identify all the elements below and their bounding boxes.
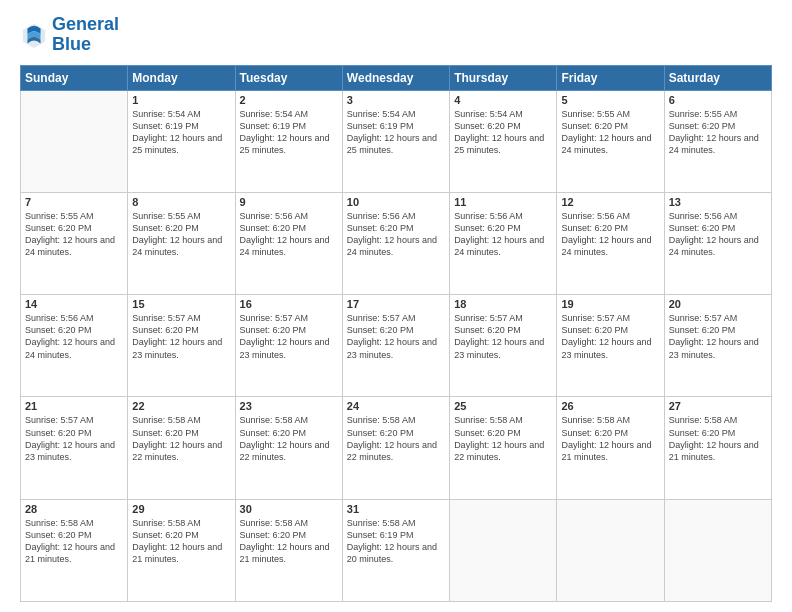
calendar-cell: 26Sunrise: 5:58 AM Sunset: 6:20 PM Dayli… xyxy=(557,397,664,499)
day-number: 31 xyxy=(347,503,445,515)
day-number: 22 xyxy=(132,400,230,412)
day-info: Sunrise: 5:58 AM Sunset: 6:20 PM Dayligh… xyxy=(132,517,230,566)
calendar-cell: 19Sunrise: 5:57 AM Sunset: 6:20 PM Dayli… xyxy=(557,295,664,397)
week-row-5: 28Sunrise: 5:58 AM Sunset: 6:20 PM Dayli… xyxy=(21,499,772,601)
day-info: Sunrise: 5:56 AM Sunset: 6:20 PM Dayligh… xyxy=(561,210,659,259)
day-info: Sunrise: 5:54 AM Sunset: 6:19 PM Dayligh… xyxy=(347,108,445,157)
day-number: 19 xyxy=(561,298,659,310)
day-number: 15 xyxy=(132,298,230,310)
calendar-cell: 2Sunrise: 5:54 AM Sunset: 6:19 PM Daylig… xyxy=(235,90,342,192)
day-number: 5 xyxy=(561,94,659,106)
calendar-cell: 18Sunrise: 5:57 AM Sunset: 6:20 PM Dayli… xyxy=(450,295,557,397)
day-info: Sunrise: 5:58 AM Sunset: 6:20 PM Dayligh… xyxy=(240,517,338,566)
day-info: Sunrise: 5:56 AM Sunset: 6:20 PM Dayligh… xyxy=(25,312,123,361)
day-info: Sunrise: 5:54 AM Sunset: 6:20 PM Dayligh… xyxy=(454,108,552,157)
day-number: 29 xyxy=(132,503,230,515)
calendar-cell: 15Sunrise: 5:57 AM Sunset: 6:20 PM Dayli… xyxy=(128,295,235,397)
day-info: Sunrise: 5:57 AM Sunset: 6:20 PM Dayligh… xyxy=(561,312,659,361)
day-info: Sunrise: 5:57 AM Sunset: 6:20 PM Dayligh… xyxy=(669,312,767,361)
day-info: Sunrise: 5:56 AM Sunset: 6:20 PM Dayligh… xyxy=(669,210,767,259)
day-number: 18 xyxy=(454,298,552,310)
calendar-cell: 21Sunrise: 5:57 AM Sunset: 6:20 PM Dayli… xyxy=(21,397,128,499)
day-info: Sunrise: 5:57 AM Sunset: 6:20 PM Dayligh… xyxy=(132,312,230,361)
logo: General Blue xyxy=(20,15,119,55)
week-row-2: 7Sunrise: 5:55 AM Sunset: 6:20 PM Daylig… xyxy=(21,192,772,294)
day-info: Sunrise: 5:56 AM Sunset: 6:20 PM Dayligh… xyxy=(454,210,552,259)
day-info: Sunrise: 5:57 AM Sunset: 6:20 PM Dayligh… xyxy=(240,312,338,361)
logo-text: General Blue xyxy=(52,15,119,55)
day-number: 27 xyxy=(669,400,767,412)
day-number: 30 xyxy=(240,503,338,515)
calendar-cell: 7Sunrise: 5:55 AM Sunset: 6:20 PM Daylig… xyxy=(21,192,128,294)
day-number: 25 xyxy=(454,400,552,412)
day-info: Sunrise: 5:58 AM Sunset: 6:19 PM Dayligh… xyxy=(347,517,445,566)
day-info: Sunrise: 5:57 AM Sunset: 6:20 PM Dayligh… xyxy=(25,414,123,463)
calendar-table: SundayMondayTuesdayWednesdayThursdayFrid… xyxy=(20,65,772,602)
calendar-cell: 8Sunrise: 5:55 AM Sunset: 6:20 PM Daylig… xyxy=(128,192,235,294)
day-info: Sunrise: 5:56 AM Sunset: 6:20 PM Dayligh… xyxy=(347,210,445,259)
day-number: 10 xyxy=(347,196,445,208)
day-number: 13 xyxy=(669,196,767,208)
day-number: 26 xyxy=(561,400,659,412)
day-number: 3 xyxy=(347,94,445,106)
weekday-header-monday: Monday xyxy=(128,65,235,90)
day-info: Sunrise: 5:55 AM Sunset: 6:20 PM Dayligh… xyxy=(25,210,123,259)
calendar-cell: 13Sunrise: 5:56 AM Sunset: 6:20 PM Dayli… xyxy=(664,192,771,294)
day-number: 8 xyxy=(132,196,230,208)
day-info: Sunrise: 5:58 AM Sunset: 6:20 PM Dayligh… xyxy=(25,517,123,566)
day-info: Sunrise: 5:58 AM Sunset: 6:20 PM Dayligh… xyxy=(454,414,552,463)
day-info: Sunrise: 5:55 AM Sunset: 6:20 PM Dayligh… xyxy=(669,108,767,157)
calendar-cell: 6Sunrise: 5:55 AM Sunset: 6:20 PM Daylig… xyxy=(664,90,771,192)
calendar-cell: 25Sunrise: 5:58 AM Sunset: 6:20 PM Dayli… xyxy=(450,397,557,499)
day-number: 2 xyxy=(240,94,338,106)
calendar-cell: 9Sunrise: 5:56 AM Sunset: 6:20 PM Daylig… xyxy=(235,192,342,294)
calendar-cell: 16Sunrise: 5:57 AM Sunset: 6:20 PM Dayli… xyxy=(235,295,342,397)
day-number: 9 xyxy=(240,196,338,208)
weekday-header-saturday: Saturday xyxy=(664,65,771,90)
calendar-cell: 12Sunrise: 5:56 AM Sunset: 6:20 PM Dayli… xyxy=(557,192,664,294)
week-row-1: 1Sunrise: 5:54 AM Sunset: 6:19 PM Daylig… xyxy=(21,90,772,192)
calendar-cell: 29Sunrise: 5:58 AM Sunset: 6:20 PM Dayli… xyxy=(128,499,235,601)
calendar-cell: 20Sunrise: 5:57 AM Sunset: 6:20 PM Dayli… xyxy=(664,295,771,397)
day-info: Sunrise: 5:58 AM Sunset: 6:20 PM Dayligh… xyxy=(669,414,767,463)
day-number: 1 xyxy=(132,94,230,106)
calendar-cell: 4Sunrise: 5:54 AM Sunset: 6:20 PM Daylig… xyxy=(450,90,557,192)
calendar-cell xyxy=(664,499,771,601)
calendar-cell: 1Sunrise: 5:54 AM Sunset: 6:19 PM Daylig… xyxy=(128,90,235,192)
day-number: 21 xyxy=(25,400,123,412)
day-info: Sunrise: 5:58 AM Sunset: 6:20 PM Dayligh… xyxy=(561,414,659,463)
calendar-cell xyxy=(557,499,664,601)
day-info: Sunrise: 5:54 AM Sunset: 6:19 PM Dayligh… xyxy=(132,108,230,157)
day-info: Sunrise: 5:55 AM Sunset: 6:20 PM Dayligh… xyxy=(561,108,659,157)
day-number: 11 xyxy=(454,196,552,208)
calendar-cell: 3Sunrise: 5:54 AM Sunset: 6:19 PM Daylig… xyxy=(342,90,449,192)
day-number: 4 xyxy=(454,94,552,106)
day-number: 14 xyxy=(25,298,123,310)
calendar-cell: 23Sunrise: 5:58 AM Sunset: 6:20 PM Dayli… xyxy=(235,397,342,499)
day-number: 6 xyxy=(669,94,767,106)
day-info: Sunrise: 5:58 AM Sunset: 6:20 PM Dayligh… xyxy=(132,414,230,463)
day-number: 28 xyxy=(25,503,123,515)
day-number: 17 xyxy=(347,298,445,310)
day-info: Sunrise: 5:58 AM Sunset: 6:20 PM Dayligh… xyxy=(240,414,338,463)
weekday-header-thursday: Thursday xyxy=(450,65,557,90)
weekday-header-friday: Friday xyxy=(557,65,664,90)
weekday-header-wednesday: Wednesday xyxy=(342,65,449,90)
calendar-cell: 24Sunrise: 5:58 AM Sunset: 6:20 PM Dayli… xyxy=(342,397,449,499)
weekday-header-tuesday: Tuesday xyxy=(235,65,342,90)
day-number: 23 xyxy=(240,400,338,412)
calendar-cell: 14Sunrise: 5:56 AM Sunset: 6:20 PM Dayli… xyxy=(21,295,128,397)
calendar-cell: 31Sunrise: 5:58 AM Sunset: 6:19 PM Dayli… xyxy=(342,499,449,601)
calendar-cell: 30Sunrise: 5:58 AM Sunset: 6:20 PM Dayli… xyxy=(235,499,342,601)
weekday-header-row: SundayMondayTuesdayWednesdayThursdayFrid… xyxy=(21,65,772,90)
calendar-cell: 27Sunrise: 5:58 AM Sunset: 6:20 PM Dayli… xyxy=(664,397,771,499)
week-row-3: 14Sunrise: 5:56 AM Sunset: 6:20 PM Dayli… xyxy=(21,295,772,397)
day-info: Sunrise: 5:56 AM Sunset: 6:20 PM Dayligh… xyxy=(240,210,338,259)
day-info: Sunrise: 5:55 AM Sunset: 6:20 PM Dayligh… xyxy=(132,210,230,259)
calendar-cell: 10Sunrise: 5:56 AM Sunset: 6:20 PM Dayli… xyxy=(342,192,449,294)
calendar-cell: 28Sunrise: 5:58 AM Sunset: 6:20 PM Dayli… xyxy=(21,499,128,601)
calendar-cell: 11Sunrise: 5:56 AM Sunset: 6:20 PM Dayli… xyxy=(450,192,557,294)
logo-icon xyxy=(20,21,48,49)
week-row-4: 21Sunrise: 5:57 AM Sunset: 6:20 PM Dayli… xyxy=(21,397,772,499)
calendar-cell: 17Sunrise: 5:57 AM Sunset: 6:20 PM Dayli… xyxy=(342,295,449,397)
